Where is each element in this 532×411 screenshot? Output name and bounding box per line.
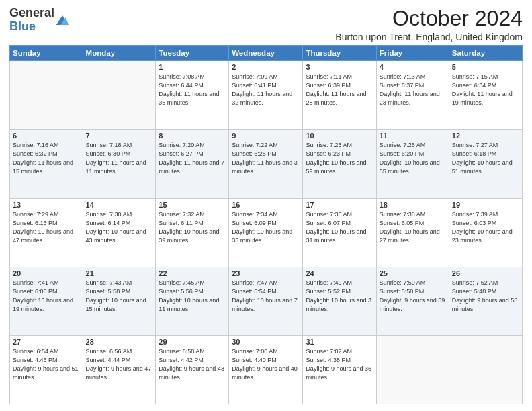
table-row: 17Sunrise: 7:36 AMSunset: 6:07 PMDayligh… <box>303 198 376 267</box>
table-row: 7Sunrise: 7:18 AMSunset: 6:30 PMDaylight… <box>83 130 156 198</box>
day-number: 29 <box>159 338 226 346</box>
day-number: 12 <box>452 132 519 140</box>
day-info: Sunrise: 7:13 AMSunset: 6:37 PMDaylight:… <box>380 73 446 107</box>
table-row: 31Sunrise: 7:02 AMSunset: 4:38 PMDayligh… <box>303 335 376 404</box>
day-info: Sunrise: 7:52 AMSunset: 5:48 PMDaylight:… <box>452 279 519 314</box>
day-info: Sunrise: 7:34 AMSunset: 6:09 PMDaylight:… <box>232 210 300 245</box>
day-number: 30 <box>232 338 300 346</box>
day-number: 16 <box>232 201 300 209</box>
header-friday: Friday <box>376 46 449 61</box>
calendar-week-row: 13Sunrise: 7:29 AMSunset: 6:16 PMDayligh… <box>10 198 523 267</box>
day-info: Sunrise: 7:16 AMSunset: 6:32 PMDaylight:… <box>13 141 80 176</box>
day-info: Sunrise: 7:36 AMSunset: 6:07 PMDaylight:… <box>306 210 373 245</box>
day-info: Sunrise: 6:58 AMSunset: 4:42 PMDaylight:… <box>159 347 226 382</box>
header-tuesday: Tuesday <box>156 46 229 61</box>
table-row: 9Sunrise: 7:22 AMSunset: 6:25 PMDaylight… <box>229 130 303 198</box>
day-number: 15 <box>159 201 226 209</box>
header-wednesday: Wednesday <box>229 46 303 61</box>
table-row: 13Sunrise: 7:29 AMSunset: 6:16 PMDayligh… <box>10 198 83 267</box>
day-info: Sunrise: 7:47 AMSunset: 5:54 PMDaylight:… <box>232 279 300 314</box>
table-row: 3Sunrise: 7:11 AMSunset: 6:39 PMDaylight… <box>303 61 376 130</box>
logo-blue: Blue <box>9 19 36 33</box>
day-number: 28 <box>86 338 153 346</box>
day-info: Sunrise: 7:41 AMSunset: 6:00 PMDaylight:… <box>13 279 80 314</box>
day-number: 2 <box>232 63 300 71</box>
table-row: 21Sunrise: 7:43 AMSunset: 5:58 PMDayligh… <box>83 267 156 335</box>
logo-general: General <box>9 6 54 19</box>
day-info: Sunrise: 7:09 AMSunset: 6:41 PMDaylight:… <box>232 73 300 107</box>
table-row: 24Sunrise: 7:49 AMSunset: 5:52 PMDayligh… <box>303 267 376 335</box>
table-row <box>376 335 449 404</box>
day-number: 25 <box>380 269 446 277</box>
table-row <box>10 61 83 130</box>
logo-text: General Blue <box>9 7 54 34</box>
calendar-header-row: Sunday Monday Tuesday Wednesday Thursday… <box>10 46 523 61</box>
calendar-week-row: 20Sunrise: 7:41 AMSunset: 6:00 PMDayligh… <box>10 267 523 335</box>
day-info: Sunrise: 7:39 AMSunset: 6:03 PMDaylight:… <box>452 210 519 245</box>
table-row: 11Sunrise: 7:25 AMSunset: 6:20 PMDayligh… <box>376 130 449 198</box>
table-row: 19Sunrise: 7:39 AMSunset: 6:03 PMDayligh… <box>449 198 522 267</box>
day-number: 26 <box>452 269 519 277</box>
day-number: 4 <box>380 63 446 71</box>
day-number: 23 <box>232 269 300 277</box>
table-row: 23Sunrise: 7:47 AMSunset: 5:54 PMDayligh… <box>229 267 303 335</box>
table-row: 6Sunrise: 7:16 AMSunset: 6:32 PMDaylight… <box>10 130 83 198</box>
table-row: 16Sunrise: 7:34 AMSunset: 6:09 PMDayligh… <box>229 198 303 267</box>
table-row: 20Sunrise: 7:41 AMSunset: 6:00 PMDayligh… <box>10 267 83 335</box>
day-info: Sunrise: 7:18 AMSunset: 6:30 PMDaylight:… <box>86 141 153 176</box>
day-info: Sunrise: 7:22 AMSunset: 6:25 PMDaylight:… <box>232 141 300 176</box>
day-number: 17 <box>306 201 373 209</box>
day-info: Sunrise: 7:38 AMSunset: 6:05 PMDaylight:… <box>380 210 446 245</box>
table-row: 8Sunrise: 7:20 AMSunset: 6:27 PMDaylight… <box>156 130 229 198</box>
table-row: 12Sunrise: 7:27 AMSunset: 6:18 PMDayligh… <box>449 130 522 198</box>
calendar-week-row: 1Sunrise: 7:08 AMSunset: 6:44 PMDaylight… <box>10 61 523 130</box>
logo-icon <box>56 15 69 25</box>
table-row: 1Sunrise: 7:08 AMSunset: 6:44 PMDaylight… <box>156 61 229 130</box>
day-info: Sunrise: 7:32 AMSunset: 6:11 PMDaylight:… <box>159 210 226 245</box>
table-row: 10Sunrise: 7:23 AMSunset: 6:23 PMDayligh… <box>303 130 376 198</box>
day-number: 21 <box>86 269 153 277</box>
table-row: 18Sunrise: 7:38 AMSunset: 6:05 PMDayligh… <box>376 198 449 267</box>
day-info: Sunrise: 7:25 AMSunset: 6:20 PMDaylight:… <box>380 141 446 176</box>
header-saturday: Saturday <box>449 46 522 61</box>
day-info: Sunrise: 7:08 AMSunset: 6:44 PMDaylight:… <box>159 73 226 107</box>
day-number: 19 <box>452 201 519 209</box>
table-row: 14Sunrise: 7:30 AMSunset: 6:14 PMDayligh… <box>83 198 156 267</box>
day-info: Sunrise: 7:20 AMSunset: 6:27 PMDaylight:… <box>159 141 226 176</box>
table-row: 2Sunrise: 7:09 AMSunset: 6:41 PMDaylight… <box>229 61 303 130</box>
day-number: 10 <box>306 132 373 140</box>
table-row: 30Sunrise: 7:00 AMSunset: 4:40 PMDayligh… <box>229 335 303 404</box>
day-info: Sunrise: 7:30 AMSunset: 6:14 PMDaylight:… <box>86 210 153 245</box>
day-info: Sunrise: 6:54 AMSunset: 4:46 PMDaylight:… <box>13 347 80 382</box>
day-number: 3 <box>306 63 373 71</box>
day-number: 11 <box>380 132 446 140</box>
day-info: Sunrise: 7:50 AMSunset: 5:50 PMDaylight:… <box>380 279 446 314</box>
day-number: 1 <box>159 63 226 71</box>
day-number: 14 <box>86 201 153 209</box>
day-number: 18 <box>380 201 446 209</box>
calendar-table: Sunday Monday Tuesday Wednesday Thursday… <box>9 45 523 404</box>
location: Burton upon Trent, England, United Kingd… <box>335 32 523 42</box>
day-number: 31 <box>306 338 373 346</box>
table-row <box>83 61 156 130</box>
day-number: 5 <box>452 63 519 71</box>
day-info: Sunrise: 7:27 AMSunset: 6:18 PMDaylight:… <box>452 141 519 176</box>
day-info: Sunrise: 7:43 AMSunset: 5:58 PMDaylight:… <box>86 279 153 314</box>
day-number: 13 <box>13 201 80 209</box>
day-info: Sunrise: 7:11 AMSunset: 6:39 PMDaylight:… <box>306 73 373 107</box>
day-info: Sunrise: 6:56 AMSunset: 4:44 PMDaylight:… <box>86 347 153 382</box>
table-row: 15Sunrise: 7:32 AMSunset: 6:11 PMDayligh… <box>156 198 229 267</box>
calendar-week-row: 6Sunrise: 7:16 AMSunset: 6:32 PMDaylight… <box>10 130 523 198</box>
table-row: 29Sunrise: 6:58 AMSunset: 4:42 PMDayligh… <box>156 335 229 404</box>
table-row: 28Sunrise: 6:56 AMSunset: 4:44 PMDayligh… <box>83 335 156 404</box>
day-number: 22 <box>159 269 226 277</box>
day-info: Sunrise: 7:45 AMSunset: 5:56 PMDaylight:… <box>159 279 226 314</box>
day-number: 20 <box>13 269 80 277</box>
day-info: Sunrise: 7:00 AMSunset: 4:40 PMDaylight:… <box>232 347 300 382</box>
header-sunday: Sunday <box>10 46 83 61</box>
logo: General Blue <box>9 7 69 34</box>
table-row: 25Sunrise: 7:50 AMSunset: 5:50 PMDayligh… <box>376 267 449 335</box>
header-monday: Monday <box>83 46 156 61</box>
table-row: 26Sunrise: 7:52 AMSunset: 5:48 PMDayligh… <box>449 267 522 335</box>
month-title: October 2024 <box>335 7 523 30</box>
